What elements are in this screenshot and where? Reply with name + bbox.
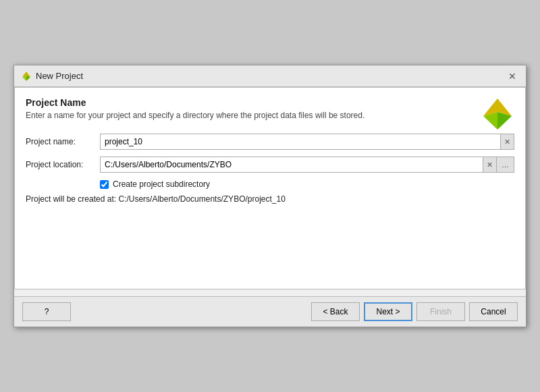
create-subdirectory-label: Create project subdirectory [113,179,210,189]
section-desc: Enter a name for your project and specif… [26,111,364,120]
project-location-row: Project location: ✕ … [26,157,514,173]
project-name-row: Project name: ✕ [26,134,514,150]
bottom-bar: ? < Back Next > Finish Cancel [14,296,526,327]
project-path-prefix: Project will be created at: [26,194,116,204]
project-name-label: Project name: [26,137,100,146]
project-path-value: C:/Users/Alberto/Documents/ZYBO/project_… [118,194,285,204]
project-path-row: Project will be created at: C:/Users/Alb… [26,194,514,204]
project-location-input-wrapper: ✕ … [100,157,514,173]
section-title: Project Name [26,97,364,108]
form-area: Project name: ✕ Project location: ✕ … Cr… [26,134,514,204]
help-button[interactable]: ? [22,302,71,321]
subdirectory-checkbox-row: Create project subdirectory [100,179,514,189]
new-project-dialog: New Project ✕ Project Name Enter a name … [14,65,526,327]
back-button[interactable]: < Back [311,302,360,321]
create-subdirectory-checkbox[interactable] [100,180,109,189]
vivado-logo [481,97,514,131]
bottom-right-buttons: < Back Next > Finish Cancel [311,302,518,321]
next-button[interactable]: Next > [364,302,412,321]
close-button[interactable]: ✕ [506,69,519,83]
project-name-input-wrapper: ✕ [100,134,514,150]
project-name-clear-btn[interactable]: ✕ [501,134,514,150]
finish-button[interactable]: Finish [416,302,465,321]
project-location-label: Project location: [26,160,100,169]
main-content: Project Name Enter a name for your proje… [14,87,526,289]
title-bar-left: New Project [21,71,83,82]
header-row: Project Name Enter a name for your proje… [26,97,514,131]
project-location-browse-btn[interactable]: … [497,157,514,173]
header-text: Project Name Enter a name for your proje… [26,97,364,131]
project-location-input[interactable] [100,157,483,173]
title-bar: New Project ✕ [14,65,526,87]
bottom-left-buttons: ? [22,302,71,321]
project-name-input[interactable] [100,134,501,150]
cancel-button[interactable]: Cancel [469,302,518,321]
app-icon [21,71,32,82]
dialog-title: New Project [36,71,83,81]
project-location-clear-btn[interactable]: ✕ [483,157,497,173]
